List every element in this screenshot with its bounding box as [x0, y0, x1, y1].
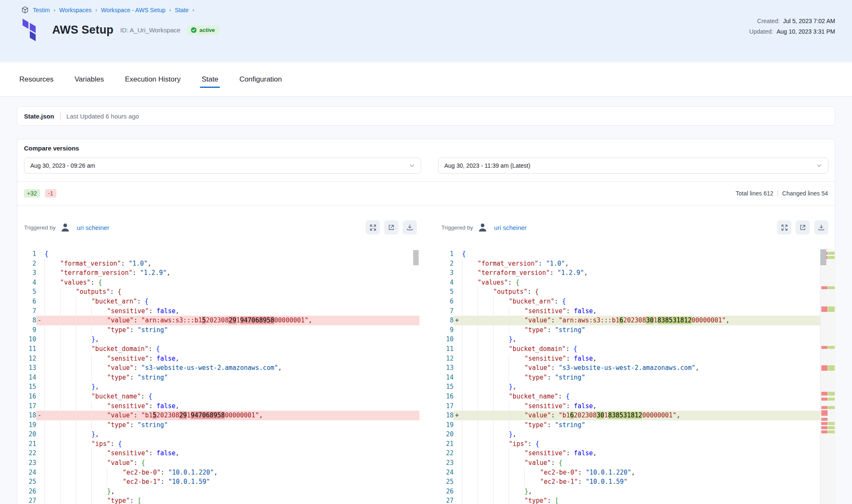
diff-mark — [820, 430, 836, 433]
diff-mark — [820, 346, 836, 349]
code-line: 13"value": "s3-website-us-west-2.amazona… — [17, 363, 419, 373]
diff-mark — [820, 365, 836, 371]
code-line: 4"values": { — [435, 278, 836, 288]
changed-lines-text: Changed lines 54 — [782, 190, 828, 197]
code-line: 3"terraform_version": "1.2.9", — [435, 268, 836, 278]
code-line: 20}, — [17, 430, 419, 439]
breadcrumb: Testim › Workspaces › Workspace - AWS Se… — [21, 6, 194, 14]
code-line: 18+"value": "b16202308301838531812000000… — [435, 411, 836, 420]
code-line: 6"bucket_arn": { — [435, 297, 836, 306]
version-select-right[interactable]: Aug 30, 2023 - 11:39 am (Latest) — [438, 158, 828, 174]
triggered-by-label: Triggered by — [24, 224, 56, 231]
total-lines-text: Total lines 612 — [736, 190, 774, 197]
diff-mark — [820, 410, 836, 416]
code-line: 2"format_version": "1.0", — [17, 259, 419, 269]
code-line: 26}, — [17, 487, 419, 496]
code-line: 21"ips": { — [17, 439, 419, 449]
tab-configuration[interactable]: Configuration — [239, 62, 282, 96]
diff-mark — [820, 426, 836, 429]
updated-value: Aug 10, 2023 3:31 PM — [777, 28, 835, 35]
code-line: 27"type": [ — [17, 496, 419, 504]
triggered-by-user-link[interactable]: uri scheiner — [494, 224, 527, 231]
breadcrumb-link-workspace-aws-setup[interactable]: Workspace - AWS Setup — [101, 7, 165, 13]
code-line: 24"ec2-be-0": "10.0.1.220", — [435, 468, 836, 478]
divider — [60, 112, 61, 120]
code-line: 18-"value": "b15202308291947068958000000… — [17, 411, 419, 420]
code-line: 10}, — [17, 335, 419, 344]
user-avatar-icon — [477, 222, 488, 233]
diff-stats-row: +32 -1 Total lines 612 Changed lines 54 — [24, 182, 828, 205]
user-avatar-icon — [60, 222, 71, 233]
breadcrumb-link-workspaces[interactable]: Workspaces — [59, 7, 92, 13]
code-line: 8-"value": "arn:aws:s3:::b15202308291947… — [17, 316, 419, 325]
code-line: 16"bucket_name": { — [435, 392, 836, 401]
testim-logo-icon — [21, 6, 29, 14]
chevron-down-icon — [816, 163, 822, 169]
page-header: Testim › Workspaces › Workspace - AWS Se… — [0, 0, 852, 62]
code-line: 24"ec2-be-0": "10.0.1.220", — [17, 468, 419, 478]
last-updated-text: Last Updated 6 hours ago — [66, 113, 139, 120]
code-line: 9"type": "string" — [17, 325, 419, 335]
tab-execution-history[interactable]: Execution History — [125, 62, 180, 96]
code-line: 7"sensitive": false, — [17, 306, 419, 316]
workspace-id: ID: A_Uri_Workspace — [120, 26, 180, 34]
updated-label: Updated: — [749, 28, 773, 35]
code-line: 15}, — [435, 382, 836, 392]
expand-button[interactable] — [777, 220, 791, 235]
code-line: 1{ — [17, 249, 419, 259]
state-file-bar: State.json Last Updated 6 hours ago — [17, 106, 835, 126]
code-line: 7"sensitive": false, — [435, 306, 836, 316]
code-lines-right: 1{2"format_version": "1.0",3"terraform_v… — [435, 249, 836, 504]
code-line: 19"type": "string" — [435, 420, 836, 430]
external-link-icon — [799, 224, 807, 231]
breadcrumb-link-state[interactable]: State — [175, 7, 189, 13]
code-line: 17"sensitive": false, — [17, 401, 419, 411]
diff-overview-ruler — [820, 249, 836, 504]
download-icon — [406, 224, 414, 231]
version-select-left[interactable]: Aug 30, 2023 - 09:26 am — [24, 158, 421, 174]
triggered-by-user-link[interactable]: uri scheiner — [77, 224, 109, 231]
code-line: 2"format_version": "1.0", — [435, 259, 836, 269]
code-line: 8+"value": "arn:aws:s3:::b16202308301838… — [435, 316, 836, 325]
scrollbar-thumb[interactable] — [413, 250, 419, 265]
code-line: 6"bucket_arn": { — [17, 297, 419, 306]
breadcrumb-separator: › — [53, 7, 55, 13]
open-in-new-tab-button[interactable] — [796, 220, 810, 235]
diff-mark — [820, 392, 836, 396]
code-line: 1{ — [435, 249, 836, 259]
code-line: 26}, — [435, 487, 836, 496]
tab-resources[interactable]: Resources — [19, 62, 53, 96]
code-line: 25"ec2-be-1": "10.0.1.59" — [17, 477, 419, 487]
expand-button[interactable] — [366, 220, 380, 235]
code-line: 13"value": "s3-website-us-west-2.amazona… — [435, 363, 836, 373]
right-panel-header: Triggered by uri scheiner — [441, 206, 828, 249]
code-panel-left: 1{2"format_version": "1.0",3"terraform_v… — [17, 249, 419, 504]
open-in-new-tab-button[interactable] — [384, 220, 398, 235]
breadcrumb-separator: › — [169, 7, 171, 13]
code-line: 14"type": "string" — [17, 373, 419, 383]
scrollbar-thumb[interactable] — [820, 249, 826, 265]
diff-mark — [820, 398, 836, 401]
triggered-by-label: Triggered by — [441, 224, 473, 231]
tab-bar: Resources Variables Execution History St… — [0, 62, 852, 97]
code-line: 5"outputs": { — [435, 287, 836, 297]
code-line: 16"bucket_name": { — [17, 392, 419, 401]
breadcrumb-separator: › — [96, 7, 97, 13]
code-line: 17"sensitive": false, — [435, 401, 836, 411]
code-line: 27"type": [ — [435, 496, 836, 504]
code-line: 3"terraform_version": "1.2.9", — [17, 268, 419, 278]
download-button[interactable] — [403, 220, 417, 235]
tab-state[interactable]: State — [202, 62, 218, 96]
diff-mark — [820, 406, 836, 409]
code-line: 22"sensitive": false, — [17, 449, 419, 458]
tab-variables[interactable]: Variables — [74, 62, 104, 96]
code-line: 4"values": { — [17, 278, 419, 288]
compare-versions-title: Compare versions — [24, 145, 79, 152]
left-panel-header: Triggered by uri scheiner — [24, 206, 417, 249]
breadcrumb-link-testim[interactable]: Testim — [33, 7, 50, 13]
code-line: 25"ec2-be-1": "10.0.1.59" — [435, 477, 836, 487]
code-line: 20}, — [435, 430, 836, 439]
download-button[interactable] — [814, 220, 828, 235]
diff-mark — [820, 286, 836, 289]
created-value: Jul 5, 2023 7:02 AM — [783, 18, 835, 24]
